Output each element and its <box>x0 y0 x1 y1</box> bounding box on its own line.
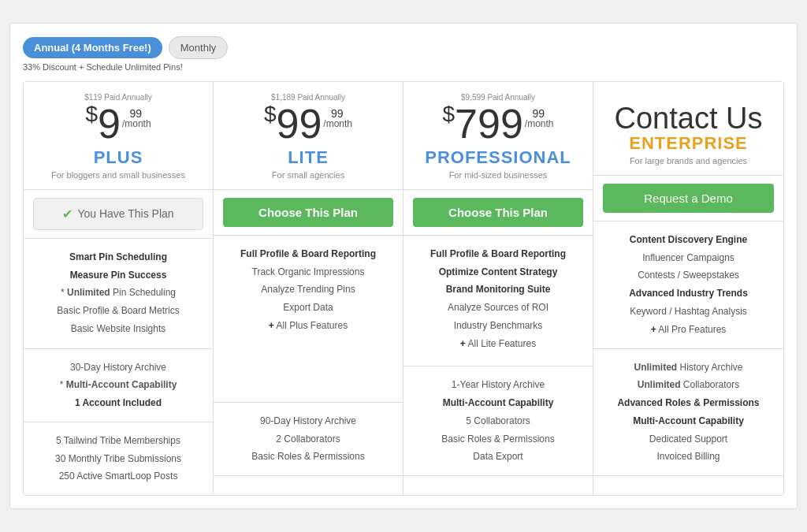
feature-item: Advanced Industry Trends <box>603 285 774 303</box>
plan-lite: $1,189 Paid Annually $ 99 99 /month LITE… <box>214 82 404 496</box>
plus-period: /month <box>122 119 151 128</box>
feature-item: Keyword / Hashtag Analysis <box>603 303 774 321</box>
feature-item: 30 Monthly Tribe Submissions <box>33 450 203 468</box>
plus-features: Smart Pin Scheduling Measure Pin Success… <box>24 239 213 349</box>
feature-item: Data Export <box>413 448 583 466</box>
enterprise-cta[interactable]: Request a Demo <box>593 176 783 221</box>
feature-item: Influencer Campaigns <box>603 249 774 267</box>
lite-choose-button[interactable]: Choose This Plan <box>223 198 393 227</box>
enterprise-header: Contact Us ENTERPRISE For large brands a… <box>593 82 783 176</box>
feature-item: Full Profile & Board Reporting <box>223 245 393 263</box>
plus-tribes: 5 Tailwind Tribe Memberships 30 Monthly … <box>24 422 213 495</box>
feature-item: + All Plus Features <box>223 317 393 335</box>
feature-item: Dedicated Support <box>603 430 774 448</box>
feature-item: Smart Pin Scheduling <box>33 248 203 266</box>
lite-features: Full Profile & Board Reporting Track Org… <box>214 236 403 403</box>
feature-item: Export Data <box>223 299 393 317</box>
feature-item: Basic Roles & Permissions <box>413 430 583 448</box>
plus-cta-label: You Have This Plan <box>77 207 173 220</box>
annual-button[interactable]: Annual (4 Months Free!) <box>23 37 162 58</box>
feature-item: + All Lite Features <box>413 335 583 353</box>
feature-item: Analyze Trending Pins <box>223 281 393 299</box>
feature-item: * Unlimited Pin Scheduling <box>33 284 203 302</box>
pro-choose-button[interactable]: Choose This Plan <box>413 198 583 227</box>
feature-item: Track Organic Impressions <box>223 263 393 281</box>
lite-plan-name: LITE <box>223 147 393 168</box>
lite-tribes <box>214 476 403 495</box>
feature-item: Multi-Account Capability <box>603 412 774 430</box>
plus-plan-name: PLUS <box>33 147 203 168</box>
lite-cta[interactable]: Choose This Plan <box>214 190 403 236</box>
lite-tagline: For small agencies <box>223 170 393 180</box>
monthly-button[interactable]: Monthly <box>169 36 229 59</box>
plus-cta: ✔ You Have This Plan <box>24 190 213 239</box>
toggle-group: Annual (4 Months Free!) Monthly 33% Disc… <box>23 36 228 72</box>
pro-amount: 799 <box>455 103 523 144</box>
feature-item: 250 Active SmartLoop Posts <box>33 467 203 485</box>
feature-item: 5 Collaborators <box>413 412 583 430</box>
lite-period: /month <box>323 119 352 128</box>
plan-professional: $9,599 Paid Annually $ 799 99 /month PRO… <box>404 82 593 496</box>
pro-header: $9,599 Paid Annually $ 799 99 /month PRO… <box>404 82 593 190</box>
plan-plus: $119 Paid Annually $ 9 99 /month PLUS Fo… <box>24 82 214 496</box>
feature-item: Analyze Sources of ROI <box>413 299 583 317</box>
pro-period: /month <box>525 119 554 128</box>
plus-super: 99 <box>121 108 151 119</box>
pro-plan-name: PROFESSIONAL <box>413 147 583 168</box>
pricing-page: Annual (4 Months Free!) Monthly 33% Disc… <box>9 23 798 510</box>
feature-item: Content Discovery Engine <box>603 231 774 249</box>
lite-history: 90-Day History Archive 2 Collaborators B… <box>214 403 403 476</box>
feature-item: Full Profile & Board Reporting <box>413 245 583 263</box>
feature-item: * Multi-Account Capability <box>33 376 203 394</box>
lite-amount: 99 <box>277 103 322 144</box>
plan-enterprise: Contact Us ENTERPRISE For large brands a… <box>593 82 783 496</box>
feature-item: Contests / Sweepstakes <box>603 266 774 285</box>
plans-grid: $119 Paid Annually $ 9 99 /month PLUS Fo… <box>23 81 784 497</box>
feature-item: Basic Profile & Board Metrics <box>33 302 203 320</box>
feature-item: Optimize Content Strategy <box>413 263 583 281</box>
feature-item: Invoiced Billing <box>603 448 774 466</box>
enterprise-contact-title: Contact Us <box>603 103 774 133</box>
feature-item: Unlimited Collaborators <box>603 376 774 394</box>
enterprise-history: Unlimited History Archive Unlimited Coll… <box>593 349 783 477</box>
feature-item: 5 Tailwind Tribe Memberships <box>33 432 203 450</box>
feature-item: Measure Pin Success <box>33 266 203 285</box>
feature-item: Advanced Roles & Permissions <box>603 394 774 412</box>
feature-item: Brand Monitoring Suite <box>413 281 583 299</box>
plus-amount: 9 <box>98 103 121 144</box>
feature-item: 2 Collaborators <box>223 430 393 448</box>
enterprise-tagline: For large brands and agencies <box>603 156 774 166</box>
lite-super: 99 <box>322 108 352 119</box>
feature-item: 1-Year History Archive <box>413 376 583 394</box>
feature-item: 30-Day History Archive <box>33 359 203 377</box>
lite-price-row: $ 99 99 /month <box>223 103 393 144</box>
plus-dollar: $ <box>85 103 98 125</box>
discount-text: 33% Discount + Schedule Unlimited Pins! <box>23 62 228 72</box>
pro-tribes <box>404 476 593 495</box>
pro-dollar: $ <box>442 103 455 125</box>
check-icon: ✔ <box>62 206 73 221</box>
enterprise-tribes <box>593 476 783 495</box>
enterprise-demo-button[interactable]: Request a Demo <box>603 184 774 213</box>
billing-toggle: Annual (4 Months Free!) Monthly 33% Disc… <box>23 36 784 72</box>
feature-item: 90-Day History Archive <box>223 412 393 430</box>
enterprise-plan-name: ENTERPRISE <box>603 133 774 154</box>
plus-tagline: For bloggers and small businesses <box>33 170 203 180</box>
lite-header: $1,189 Paid Annually $ 99 99 /month LITE… <box>214 82 403 190</box>
pro-price-row: $ 799 99 /month <box>413 103 583 144</box>
pro-tagline: For mid-sized businesses <box>413 170 583 180</box>
pro-features: Full Profile & Board Reporting Optimize … <box>404 236 593 367</box>
plus-header: $119 Paid Annually $ 9 99 /month PLUS Fo… <box>24 82 213 190</box>
feature-item: Unlimited History Archive <box>603 359 774 377</box>
plus-price-row: $ 9 99 /month <box>33 103 203 144</box>
enterprise-annual-note <box>603 93 774 102</box>
plus-history: 30-Day History Archive * Multi-Account C… <box>24 349 213 422</box>
enterprise-features: Content Discovery Engine Influencer Camp… <box>593 221 783 349</box>
pro-history: 1-Year History Archive Multi-Account Cap… <box>404 366 593 476</box>
plus-has-plan-button: ✔ You Have This Plan <box>33 198 203 230</box>
feature-item: + All Pro Features <box>603 321 774 339</box>
pro-cta[interactable]: Choose This Plan <box>404 190 593 236</box>
feature-item: Multi-Account Capability <box>413 394 583 412</box>
feature-item: Basic Website Insights <box>33 320 203 338</box>
pro-super: 99 <box>523 108 554 119</box>
